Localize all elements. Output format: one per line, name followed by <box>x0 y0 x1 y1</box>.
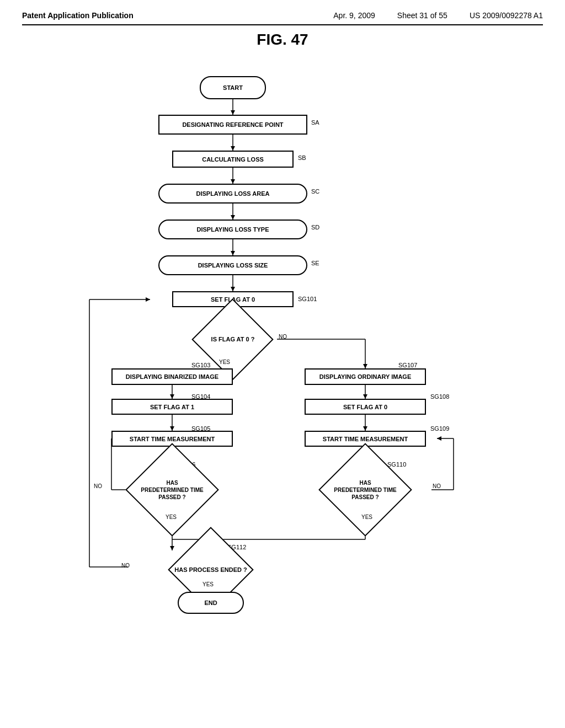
sc-label: SC <box>311 188 319 195</box>
sg112-yes: YES <box>202 581 214 587</box>
header-right: Apr. 9, 2009 Sheet 31 of 55 US 2009/0092… <box>333 11 543 20</box>
sg106-no: NO <box>94 483 102 489</box>
start-node: START <box>200 76 266 99</box>
header-left: Patent Application Publication <box>22 11 134 20</box>
sg108-node: SET FLAG AT 0 <box>305 399 426 415</box>
svg-marker-24 <box>170 426 174 431</box>
sg110-yes: YES <box>361 514 372 520</box>
svg-marker-19 <box>170 426 174 431</box>
end-node: END <box>178 592 244 614</box>
sd-node: DISPLAYING LOSS TYPE <box>158 220 307 239</box>
sg109-label: SG109 <box>430 425 449 432</box>
sg106-yes: YES <box>166 514 177 520</box>
sg112-no: NO <box>121 563 130 569</box>
header-sheet: Sheet 31 of 55 <box>397 11 447 20</box>
sg103-label: SG103 <box>191 362 210 368</box>
sg104-node: SET FLAG AT 1 <box>111 399 233 415</box>
header: Patent Application Publication Apr. 9, 2… <box>22 11 543 25</box>
sg108-label: SG108 <box>430 393 449 400</box>
svg-marker-9 <box>231 251 235 255</box>
svg-marker-43 <box>146 297 150 302</box>
page: Patent Application Publication Apr. 9, 2… <box>0 0 565 728</box>
sg101-label: SG101 <box>298 296 317 302</box>
sg106-diamond: HAS PREDETERMINED TIME PASSED ? <box>95 468 249 512</box>
svg-marker-29 <box>363 364 367 368</box>
sg102-yes: YES <box>219 359 230 365</box>
sc-node: DISPLAYING LOSS AREA <box>158 184 307 204</box>
header-date: Apr. 9, 2009 <box>333 11 375 20</box>
svg-marker-11 <box>231 287 235 291</box>
svg-marker-49 <box>437 436 441 441</box>
svg-marker-31 <box>363 394 367 399</box>
sa-label: SA <box>311 119 319 126</box>
sg107-node: DISPLAYING ORDINARY IMAGE <box>305 368 426 385</box>
svg-marker-33 <box>363 426 367 431</box>
header-patent: US 2009/0092278 A1 <box>470 11 543 20</box>
sg107-label: SG107 <box>398 362 417 368</box>
sd-label: SD <box>311 224 319 231</box>
svg-marker-17 <box>170 394 174 399</box>
sg110-diamond: HAS PREDETERMINED TIME PASSED ? <box>288 468 443 512</box>
fig-title: FIG. 47 <box>22 31 543 49</box>
sb-node: CALCULATING LOSS <box>172 151 294 168</box>
se-node: DISPLAYING LOSS SIZE <box>158 255 307 275</box>
svg-marker-3 <box>231 146 235 151</box>
sb-label: SB <box>298 154 306 161</box>
svg-marker-5 <box>231 179 235 184</box>
sg110-label: SG110 <box>387 461 406 468</box>
se-label: SE <box>311 260 319 266</box>
svg-marker-26 <box>170 546 174 550</box>
sg103-node: DISPLAYING BINARIZED IMAGE <box>111 368 233 385</box>
sg102-diamond: IS FLAG AT 0 ? <box>183 319 282 360</box>
flowchart: START DESIGNATING REFERENCE POINT SA CAL… <box>56 60 509 683</box>
sa-node: DESIGNATING REFERENCE POINT <box>158 115 307 135</box>
svg-marker-1 <box>231 110 235 115</box>
svg-marker-7 <box>231 215 235 220</box>
sg110-no: NO <box>433 483 441 489</box>
sg102-no: NO <box>279 334 287 340</box>
